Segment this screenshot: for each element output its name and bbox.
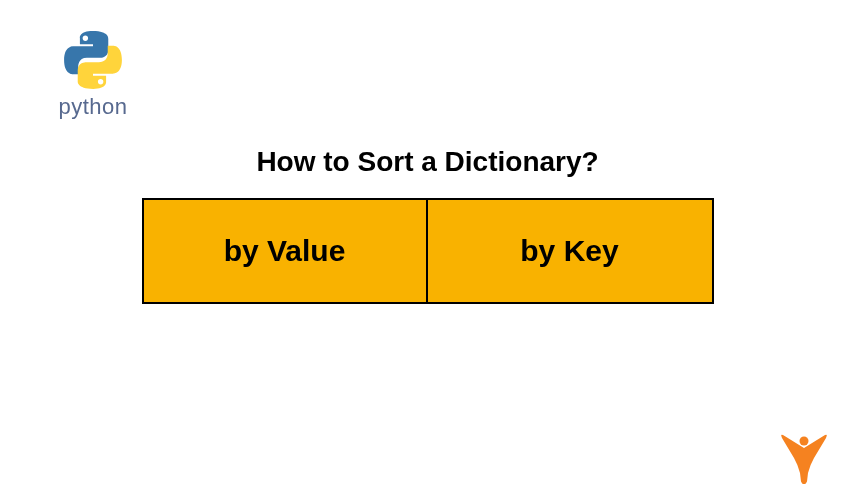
page-title: How to Sort a Dictionary? xyxy=(0,146,855,178)
svg-point-0 xyxy=(800,437,809,446)
option-by-value: by Value xyxy=(144,200,428,302)
python-logo: python xyxy=(48,30,138,120)
python-logo-icon xyxy=(63,30,123,90)
corner-logo xyxy=(779,434,829,484)
person-logo-icon xyxy=(779,434,829,484)
python-logo-label: python xyxy=(58,94,127,120)
option-by-key: by Key xyxy=(428,200,712,302)
options-row: by Value by Key xyxy=(142,198,714,304)
